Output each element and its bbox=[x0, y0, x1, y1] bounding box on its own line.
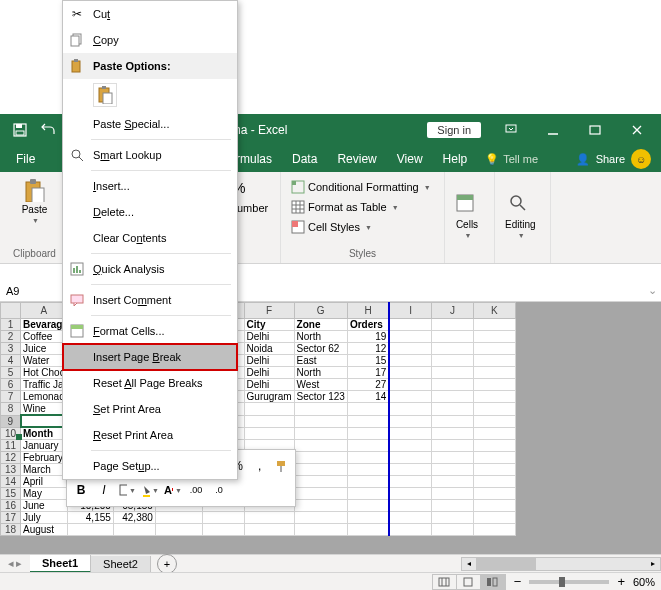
svg-rect-8 bbox=[32, 188, 44, 202]
zoom-level[interactable]: 60% bbox=[633, 576, 655, 588]
horizontal-scrollbar[interactable]: ◂ ▸ bbox=[461, 557, 661, 571]
bold-button[interactable]: B bbox=[71, 480, 91, 500]
svg-rect-47 bbox=[71, 325, 83, 329]
feedback-icon[interactable]: ☺ bbox=[631, 149, 651, 169]
menu-delete[interactable]: Delete... bbox=[63, 199, 237, 225]
tab-nav-prev-icon[interactable]: ◂ bbox=[8, 557, 14, 570]
undo-icon[interactable] bbox=[36, 118, 60, 142]
editing-button[interactable]: Editing▼ bbox=[501, 189, 540, 243]
svg-rect-19 bbox=[457, 195, 473, 200]
svg-rect-38 bbox=[103, 93, 112, 104]
cellstyle-icon bbox=[291, 220, 305, 234]
tab-help[interactable]: Help bbox=[433, 146, 478, 172]
zoom-slider[interactable] bbox=[529, 580, 609, 584]
minimize-button[interactable] bbox=[533, 116, 573, 144]
page-break-view-button[interactable] bbox=[481, 575, 505, 589]
menu-format-cells[interactable]: Format Cells... bbox=[63, 318, 237, 344]
sheet-tab-sheet1[interactable]: Sheet1 bbox=[30, 555, 91, 573]
tell-me-search[interactable]: 💡 Tell me bbox=[477, 146, 546, 172]
svg-rect-25 bbox=[464, 578, 472, 586]
cells-button[interactable]: Cells▼ bbox=[451, 189, 483, 243]
svg-rect-11 bbox=[292, 201, 304, 213]
ribbon-options-icon[interactable] bbox=[491, 116, 531, 144]
svg-rect-7 bbox=[30, 179, 36, 184]
smart-lookup-icon bbox=[69, 147, 85, 163]
svg-rect-42 bbox=[73, 268, 75, 273]
svg-point-20 bbox=[511, 196, 521, 206]
increase-decimal-icon[interactable]: .00 bbox=[186, 480, 206, 500]
normal-view-button[interactable] bbox=[433, 575, 457, 589]
menu-smart-lookup[interactable]: Smart Lookup bbox=[63, 142, 237, 168]
menu-insert-page-break[interactable]: Insert Page Break bbox=[63, 344, 237, 370]
svg-rect-22 bbox=[439, 578, 449, 586]
maximize-button[interactable] bbox=[575, 116, 615, 144]
select-all-corner[interactable] bbox=[1, 303, 21, 319]
svg-rect-31 bbox=[143, 495, 150, 497]
tab-file[interactable]: File bbox=[0, 146, 51, 172]
signin-button[interactable]: Sign in bbox=[427, 122, 481, 138]
svg-rect-10 bbox=[292, 181, 296, 185]
menu-quick-analysis[interactable]: Quick Analysis bbox=[63, 256, 237, 282]
clipboard-icon bbox=[22, 178, 46, 202]
italic-button[interactable]: I bbox=[94, 480, 114, 500]
format-as-table-button[interactable]: Format as Table▼ bbox=[287, 198, 403, 216]
col-header[interactable]: A bbox=[21, 303, 68, 319]
fill-color-icon[interactable]: ▼ bbox=[140, 480, 160, 500]
paste-option-default[interactable] bbox=[93, 83, 117, 107]
scroll-right-icon[interactable]: ▸ bbox=[646, 558, 660, 570]
zoom-in-button[interactable]: + bbox=[613, 574, 629, 589]
cell-styles-button[interactable]: Cell Styles▼ bbox=[287, 218, 376, 236]
row-9-header[interactable]: 9 bbox=[1, 415, 21, 427]
expand-formula-icon[interactable]: ⌄ bbox=[644, 284, 661, 297]
svg-rect-35 bbox=[74, 59, 78, 62]
page-layout-view-button[interactable] bbox=[457, 575, 481, 589]
menu-reset-page-breaks[interactable]: Reset All Page Breaks bbox=[63, 370, 237, 396]
menu-paste-options-header: Paste Options: bbox=[63, 53, 237, 79]
svg-rect-28 bbox=[277, 461, 285, 466]
font-color-icon[interactable]: A▼ bbox=[163, 480, 183, 500]
close-button[interactable] bbox=[617, 116, 657, 144]
svg-rect-26 bbox=[487, 578, 491, 586]
menu-insert-comment[interactable]: Insert Comment bbox=[63, 287, 237, 313]
svg-rect-2 bbox=[16, 131, 24, 135]
comment-icon bbox=[69, 292, 85, 308]
svg-rect-43 bbox=[76, 266, 78, 273]
menu-reset-print-area[interactable]: Reset Print Area bbox=[63, 422, 237, 448]
svg-rect-30 bbox=[120, 485, 127, 495]
menu-copy[interactable]: Copy bbox=[63, 27, 237, 53]
svg-rect-34 bbox=[72, 61, 80, 72]
tab-nav-next-icon[interactable]: ▸ bbox=[16, 557, 22, 570]
conditional-formatting-button[interactable]: Conditional Formatting▼ bbox=[287, 178, 435, 196]
menu-set-print-area[interactable]: Set Print Area bbox=[63, 396, 237, 422]
svg-rect-37 bbox=[102, 86, 106, 89]
menu-insert[interactable]: Insert... bbox=[63, 173, 237, 199]
menu-page-setup[interactable]: Page Setup... bbox=[63, 453, 237, 479]
share-button[interactable]: Share bbox=[596, 153, 625, 165]
tab-view[interactable]: View bbox=[387, 146, 433, 172]
scroll-thumb[interactable] bbox=[476, 558, 536, 570]
svg-line-40 bbox=[79, 157, 83, 161]
share-icon: 👤 bbox=[576, 153, 590, 166]
sheet-tab-sheet2[interactable]: Sheet2 bbox=[91, 556, 151, 572]
save-icon[interactable] bbox=[8, 118, 32, 142]
svg-line-21 bbox=[520, 205, 525, 210]
menu-cut[interactable]: ✂Cut bbox=[63, 1, 237, 27]
new-sheet-button[interactable]: + bbox=[157, 554, 177, 574]
comma-format-icon[interactable]: , bbox=[250, 456, 269, 476]
format-painter-icon[interactable] bbox=[272, 456, 291, 476]
zoom-out-button[interactable]: − bbox=[510, 574, 526, 589]
tab-data[interactable]: Data bbox=[282, 146, 327, 172]
borders-icon[interactable]: ▼ bbox=[117, 480, 137, 500]
tab-review[interactable]: Review bbox=[327, 146, 386, 172]
table-icon bbox=[291, 200, 305, 214]
paste-button[interactable]: Paste▼ bbox=[18, 174, 52, 228]
menu-clear-contents[interactable]: Clear Contents bbox=[63, 225, 237, 251]
copy-icon bbox=[69, 32, 85, 48]
selection-handle-icon bbox=[16, 434, 22, 440]
decrease-decimal-icon[interactable]: .0 bbox=[209, 480, 229, 500]
number-format-button[interactable]: umber bbox=[233, 200, 272, 216]
scroll-left-icon[interactable]: ◂ bbox=[462, 558, 476, 570]
menu-paste-special[interactable]: Paste Special... bbox=[63, 111, 237, 137]
svg-rect-17 bbox=[292, 221, 298, 227]
sheet-tab-bar: ◂▸ Sheet1 Sheet2 + ◂ ▸ bbox=[0, 554, 661, 572]
